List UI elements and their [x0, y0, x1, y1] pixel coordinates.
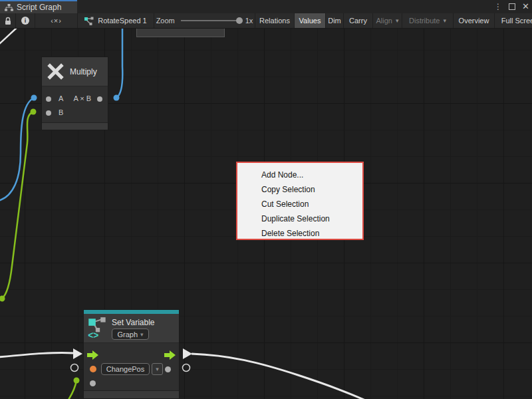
tab-title: Script Graph — [17, 3, 61, 12]
tab-script-graph[interactable]: Script Graph — [0, 0, 77, 13]
lock-icon — [5, 17, 11, 25]
port-input-a[interactable] — [46, 96, 51, 102]
wire-white-control-in — [0, 352, 74, 357]
wire-blue-to-input-a — [0, 98, 34, 201]
port-output-value[interactable] — [165, 366, 171, 372]
port-label-a: A — [59, 94, 63, 102]
wire-green-bottom — [68, 380, 76, 399]
graph-reference-breadcrumb[interactable]: RotateSpeed 1 — [78, 13, 154, 28]
multiply-node-body: A A × B B — [42, 86, 108, 122]
menu-item-copy-selection[interactable]: Copy Selection — [237, 182, 362, 197]
set-variable-icon: <> — [87, 316, 108, 340]
port-label-b: B — [59, 108, 63, 116]
chevron-down-icon: ▾ — [443, 17, 446, 24]
set-variable-footer — [84, 390, 179, 398]
set-variable-body: ChangePos ▾ — [84, 342, 179, 390]
wire-endpoint-green-b[interactable] — [31, 109, 37, 115]
control-input-arrow-icon[interactable] — [87, 350, 98, 360]
node-multiply[interactable]: Multiply A A × B B — [41, 57, 108, 130]
info-button[interactable]: i — [16, 13, 35, 28]
set-variable-header[interactable]: <> Set Variable Graph ▾ — [84, 314, 179, 342]
window-menu-icon[interactable]: ⋮ — [494, 0, 502, 13]
port-input-b[interactable] — [46, 110, 51, 116]
code-view-button[interactable]: ‹×› — [35, 13, 78, 28]
toolbar-button-dim[interactable]: Dim — [326, 13, 344, 28]
zoom-slider-thumb[interactable] — [236, 17, 243, 24]
toolbar-button-distribute[interactable]: Distribute ▾ — [402, 13, 454, 28]
menu-item-add-node[interactable]: Add Node... — [237, 168, 362, 182]
menu-item-duplicate-selection[interactable]: Duplicate Selection — [237, 211, 362, 226]
port-output-axb[interactable] — [97, 96, 102, 102]
lock-button[interactable] — [0, 13, 16, 28]
port-variable-name[interactable] — [90, 366, 96, 372]
zoom-label: Zoom — [156, 17, 175, 25]
context-menu: Add Node... Copy Selection Cut Selection… — [236, 162, 364, 240]
value-socket-left[interactable] — [71, 364, 78, 372]
graph-reference-label: RotateSpeed 1 — [98, 17, 146, 25]
wire-white-control-out — [192, 354, 370, 399]
script-graph-icon — [84, 17, 94, 25]
toolbar-button-overview[interactable]: Overview — [454, 13, 495, 28]
wire-endpoint-blue-out[interactable] — [114, 95, 120, 101]
chevron-down-icon: ▾ — [140, 331, 144, 338]
control-arrow-out[interactable] — [183, 348, 192, 359]
zoom-control: Zoom 1x — [154, 13, 255, 28]
toolbar-button-full-screen[interactable]: Full Screen — [495, 13, 532, 28]
wire-blue-from-output — [116, 29, 122, 98]
chevron-down-icon: ▾ — [156, 366, 159, 372]
variable-name-field[interactable]: ChangePos — [101, 363, 150, 375]
info-icon: i — [21, 17, 29, 25]
title-bar: Script Graph ⋮ ✕ — [0, 0, 532, 13]
graph-canvas[interactable]: Multiply A A × B B <> Set Variable Graph — [0, 29, 532, 399]
wire-green-from-input-b — [2, 112, 33, 299]
menu-item-delete-selection[interactable]: Delete Selection — [237, 226, 362, 241]
variable-scope-dropdown[interactable]: Graph ▾ — [112, 329, 149, 340]
zoom-value: 1x — [245, 17, 253, 25]
port-label-axb: A × B — [73, 94, 91, 102]
graph-toolbar: i ‹×› RotateSpeed 1 Zoom 1x Relations Va… — [0, 13, 532, 29]
multiply-node-title: Multiply — [70, 67, 97, 76]
toolbar-button-values[interactable]: Values — [295, 13, 326, 28]
code-icon: ‹×› — [51, 17, 62, 25]
zoom-slider[interactable] — [181, 20, 239, 21]
maximize-icon[interactable] — [509, 3, 515, 10]
wire-endpoint-blue-a[interactable] — [31, 95, 37, 101]
toolbar-button-relations[interactable]: Relations — [255, 13, 295, 28]
wire-endpoint-green-bottom[interactable] — [74, 378, 80, 384]
window-controls: ⋮ ✕ — [494, 0, 529, 13]
graph-hierarchy-icon — [5, 4, 13, 11]
multiply-x-icon — [47, 63, 65, 80]
control-arrow-in[interactable] — [73, 348, 82, 359]
control-output-arrow-icon[interactable] — [164, 350, 176, 360]
chevron-down-icon: ▾ — [396, 17, 399, 24]
variable-name-dropdown-button[interactable]: ▾ — [152, 363, 163, 375]
node-set-variable[interactable]: <> Set Variable Graph ▾ ChangePos ▾ — [83, 309, 180, 399]
multiply-node-header[interactable]: Multiply — [42, 57, 108, 86]
toolbar-button-align[interactable]: Align ▾ — [373, 13, 402, 28]
obscured-node-partial[interactable] — [136, 29, 225, 37]
value-socket-right[interactable] — [183, 364, 190, 372]
toolbar-button-carry[interactable]: Carry — [344, 13, 373, 28]
set-variable-title: Set Variable — [112, 318, 154, 327]
wire-white-topleft — [0, 29, 17, 45]
close-icon[interactable]: ✕ — [522, 0, 529, 13]
port-input-value[interactable] — [90, 380, 96, 386]
code-brackets-glyph: <> — [88, 331, 98, 340]
multiply-node-footer — [42, 122, 108, 130]
menu-item-cut-selection[interactable]: Cut Selection — [237, 197, 362, 211]
